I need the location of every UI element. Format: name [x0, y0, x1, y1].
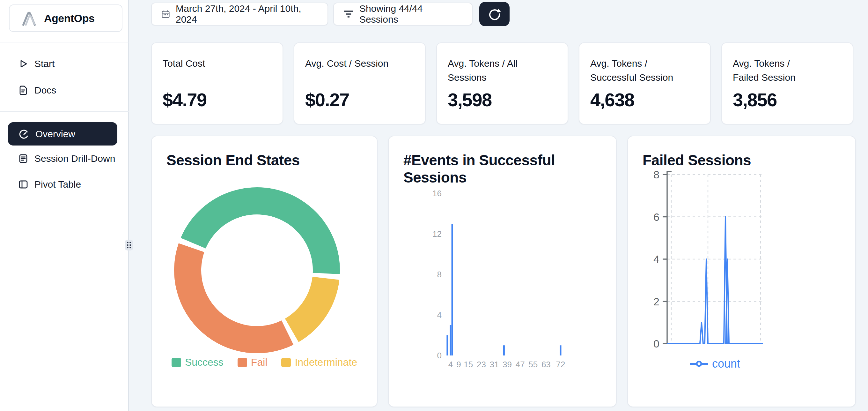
- legend-swatch: [281, 358, 291, 367]
- failed-sessions-panel: Failed Sessions 02468 count: [627, 136, 856, 407]
- stat-value: 3,598: [448, 90, 492, 110]
- legend-swatch: [238, 358, 247, 367]
- svg-text:63: 63: [541, 360, 551, 369]
- stat-label: Avg. Cost / Session: [305, 57, 409, 70]
- svg-text:39: 39: [502, 360, 512, 369]
- sidebar-divider-top: [0, 42, 129, 42]
- bar-x4[interactable]: [450, 325, 452, 355]
- svg-text:2: 2: [653, 295, 659, 307]
- stat-card-total-cost: Total Cost $4.79: [151, 42, 283, 124]
- stat-card-avg-tokens-failed: Avg. Tokens / Failed Session 3,856: [721, 42, 853, 124]
- stat-value: 3,856: [733, 90, 777, 110]
- legend-item-indeterminate[interactable]: Indeterminate: [281, 356, 357, 368]
- legend-item-success[interactable]: Success: [172, 356, 223, 368]
- line-series-icon: [690, 360, 708, 368]
- stat-label: Avg. Tokens / Failed Session: [733, 57, 811, 85]
- document-icon: [18, 85, 29, 96]
- session-filter-label: Showing 44/44 Sessions: [360, 3, 462, 25]
- count-line-series[interactable]: [667, 217, 763, 344]
- bar-x2[interactable]: [446, 335, 448, 356]
- svg-text:4: 4: [653, 253, 659, 265]
- gauge-icon: [18, 128, 30, 140]
- legend-item-fail[interactable]: Fail: [238, 356, 268, 368]
- sidebar-item-label: Session Drill-Down: [34, 153, 115, 164]
- bar-x37[interactable]: [503, 345, 505, 355]
- svg-text:6: 6: [653, 211, 659, 223]
- agentops-paperclip-icon: [21, 9, 38, 27]
- sidebar-item-overview[interactable]: Overview: [8, 122, 117, 146]
- bar-x5[interactable]: [452, 224, 453, 355]
- svg-text:8: 8: [437, 270, 442, 279]
- legend-swatch: [172, 358, 181, 367]
- logo-text: AgentOps: [44, 12, 94, 25]
- stat-value: $4.79: [163, 90, 207, 110]
- legend-label: Indeterminate: [294, 356, 357, 368]
- grip-dots-icon: [125, 240, 133, 251]
- sidebar-item-session-drill-down[interactable]: Session Drill-Down: [8, 151, 119, 166]
- file-lines-icon: [18, 153, 29, 164]
- panel-left-icon: [18, 179, 29, 190]
- events-bar-chart[interactable]: 0481216491523313947556372: [389, 136, 617, 408]
- sidebar: AgentOps Start Docs Overview Session Dri…: [0, 0, 129, 411]
- svg-text:0: 0: [653, 337, 659, 350]
- sidebar-item-label: Docs: [34, 85, 56, 96]
- calendar-icon: [161, 10, 170, 19]
- stat-label: Total Cost: [163, 57, 267, 70]
- svg-text:0: 0: [437, 351, 442, 360]
- svg-text:16: 16: [432, 188, 442, 198]
- legend-label: Success: [185, 356, 223, 368]
- svg-text:4: 4: [448, 360, 453, 369]
- donut-legend: SuccessFailIndeterminate: [152, 356, 377, 368]
- sidebar-item-docs[interactable]: Docs: [8, 83, 119, 98]
- count-legend[interactable]: count: [667, 357, 763, 371]
- refresh-button[interactable]: [479, 2, 509, 26]
- date-range-label: March 27th, 2024 - April 10th, 2024: [176, 3, 318, 25]
- logo[interactable]: AgentOps: [9, 4, 122, 32]
- svg-text:47: 47: [516, 360, 525, 369]
- sidebar-divider-bottom: [0, 111, 129, 112]
- stat-card-avg-tokens-all: Avg. Tokens / All Sessions 3,598: [436, 42, 568, 124]
- stat-card-avg-cost: Avg. Cost / Session $0.27: [294, 42, 426, 124]
- stat-card-avg-tokens-successful: Avg. Tokens / Successful Session 4,638: [579, 42, 711, 124]
- legend-label: Fail: [251, 356, 268, 368]
- stat-value: 4,638: [590, 90, 634, 110]
- svg-text:23: 23: [477, 360, 486, 369]
- stat-label: Avg. Tokens / All Sessions: [448, 57, 529, 85]
- svg-text:12: 12: [432, 229, 442, 239]
- session-filter-button[interactable]: Showing 44/44 Sessions: [333, 3, 473, 26]
- stat-label: Avg. Tokens / Successful Session: [590, 57, 694, 85]
- stat-value: $0.27: [305, 90, 349, 110]
- filter-icon: [343, 9, 354, 19]
- date-range-button[interactable]: March 27th, 2024 - April 10th, 2024: [151, 3, 328, 26]
- svg-text:55: 55: [528, 360, 538, 369]
- bar-x72[interactable]: [560, 345, 561, 355]
- svg-text:15: 15: [464, 360, 473, 369]
- donut-segment-success[interactable]: [181, 187, 340, 274]
- count-legend-label: count: [712, 357, 740, 371]
- events-histogram-panel: #Events in Successful Sessions 048121649…: [388, 136, 617, 407]
- sidebar-item-pivot-table[interactable]: Pivot Table: [8, 177, 119, 192]
- sidebar-resize-handle[interactable]: [125, 240, 133, 251]
- sidebar-item-label: Start: [34, 58, 55, 69]
- svg-text:4: 4: [437, 310, 442, 320]
- session-end-states-panel: Session End States SuccessFailIndetermin…: [151, 136, 377, 407]
- svg-text:8: 8: [653, 169, 659, 181]
- svg-text:31: 31: [490, 360, 499, 369]
- play-icon: [18, 58, 29, 69]
- svg-text:72: 72: [556, 360, 565, 369]
- donut-segment-indeterminate[interactable]: [285, 277, 340, 342]
- sidebar-item-start[interactable]: Start: [8, 56, 119, 71]
- sidebar-item-label: Overview: [35, 128, 75, 140]
- refresh-icon: [488, 7, 502, 21]
- donut-segment-fail[interactable]: [174, 243, 293, 353]
- svg-text:9: 9: [456, 360, 461, 369]
- sidebar-item-label: Pivot Table: [34, 179, 81, 190]
